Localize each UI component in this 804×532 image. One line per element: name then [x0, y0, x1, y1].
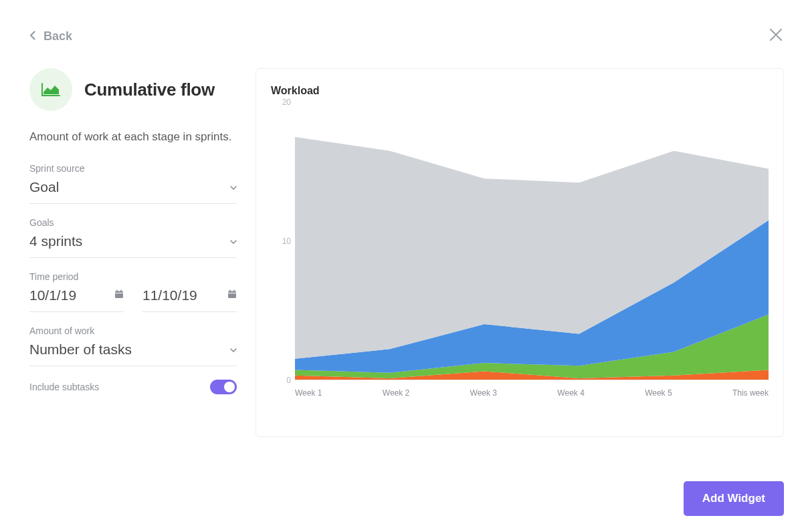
x-tick-label: Week 4	[557, 388, 584, 398]
chart-title: Workload	[271, 85, 769, 97]
svg-rect-4	[228, 291, 236, 299]
calendar-icon	[114, 289, 124, 301]
y-tick-label: 0	[286, 376, 291, 385]
svg-rect-0	[115, 291, 123, 299]
end-date-input[interactable]: 11/10/19	[142, 287, 237, 312]
include-subtasks-toggle[interactable]	[210, 380, 237, 394]
sprint-source-value: Goal	[29, 179, 59, 195]
goals-label: Goals	[29, 217, 237, 228]
include-subtasks-label: Include subtasks	[29, 382, 99, 392]
x-tick-label: Week 3	[470, 388, 497, 398]
back-button[interactable]: Back	[29, 29, 72, 43]
svg-rect-3	[120, 290, 122, 292]
start-date-value: 10/1/19	[29, 287, 76, 303]
y-tick-label: 20	[282, 98, 291, 107]
y-tick-label: 10	[282, 237, 291, 246]
chevron-left-icon	[29, 31, 35, 42]
page-title: Cumulative flow	[84, 80, 215, 100]
start-date-input[interactable]: 10/1/19	[29, 287, 124, 312]
back-label: Back	[43, 29, 72, 43]
close-icon	[768, 27, 784, 43]
add-widget-button[interactable]: Add Widget	[684, 481, 784, 516]
goals-dropdown[interactable]: 4 sprints	[29, 233, 237, 249]
x-tick-label: Week 5	[645, 388, 672, 398]
page-description: Amount of work at each stage in sprints.	[29, 128, 237, 146]
chevron-down-icon	[230, 183, 237, 191]
goals-value: 4 sprints	[29, 233, 82, 249]
settings-panel: Cumulative flow Amount of work at each s…	[29, 68, 237, 437]
chart-card: Workload 01020 Week 1Week 2Week 3Week 4W…	[256, 68, 784, 437]
svg-rect-5	[228, 293, 236, 293]
sprint-source-label: Sprint source	[29, 163, 237, 174]
x-tick-label: This week	[732, 388, 769, 398]
svg-rect-2	[116, 290, 118, 292]
amount-of-work-value: Number of tasks	[29, 342, 132, 358]
chevron-down-icon	[230, 346, 237, 354]
amount-of-work-dropdown[interactable]: Number of tasks	[29, 342, 237, 358]
svg-rect-6	[229, 290, 231, 292]
amount-of-work-label: Amount of work	[29, 325, 237, 336]
x-tick-label: Week 2	[383, 388, 409, 398]
toggle-knob	[224, 382, 235, 392]
workload-chart: 01020 Week 1Week 2Week 3Week 4Week 5This…	[271, 102, 769, 423]
svg-rect-1	[115, 293, 123, 293]
sprint-source-dropdown[interactable]: Goal	[29, 179, 237, 195]
chevron-down-icon	[230, 237, 237, 245]
x-tick-label: Week 1	[295, 388, 322, 398]
calendar-icon	[227, 289, 237, 301]
close-button[interactable]	[768, 27, 784, 45]
svg-rect-7	[233, 290, 235, 292]
end-date-value: 11/10/19	[142, 287, 197, 303]
time-period-label: Time period	[29, 271, 237, 282]
cumulative-flow-icon	[29, 68, 72, 111]
